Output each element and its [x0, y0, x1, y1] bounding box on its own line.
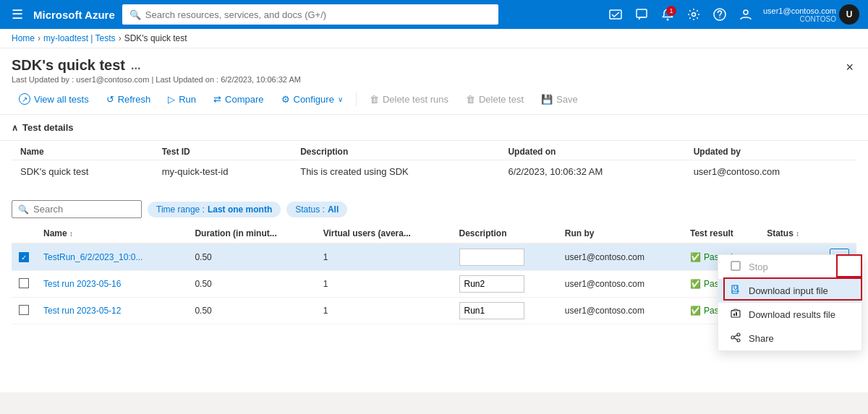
stop-icon	[730, 261, 741, 273]
settings-icon[interactable]	[682, 3, 705, 26]
directory-icon[interactable]	[734, 3, 757, 26]
page-title-area: SDK's quick test ... Last Updated by : u…	[12, 57, 301, 84]
row1-description-input[interactable]	[459, 249, 524, 266]
save-button[interactable]: 💾 Save	[534, 90, 585, 108]
page-title-text: SDK's quick test	[12, 57, 125, 74]
configure-label: Configure	[294, 94, 334, 105]
row1-name-cell: TestRun_6/2/2023_10:0...	[36, 243, 187, 271]
row3-checkbox[interactable]	[19, 305, 29, 315]
breadcrumb-current: SDK's quick test	[124, 33, 187, 43]
avatar[interactable]: U	[839, 4, 859, 25]
configure-button[interactable]: ⚙ Configure ∨	[274, 90, 350, 108]
status-label: Status :	[295, 204, 325, 215]
delete-runs-icon: 🗑	[370, 94, 379, 105]
run-button[interactable]: ▷ Run	[161, 90, 203, 108]
top-nav-icons: 1 user1@contoso.com CONTOSO U	[604, 3, 859, 26]
global-search-input[interactable]	[145, 9, 491, 20]
row1-checkbox-cell[interactable]: ✓	[12, 243, 36, 271]
delete-test-button[interactable]: 🗑 Delete test	[459, 90, 531, 108]
breadcrumb-home[interactable]: Home	[12, 33, 35, 43]
context-menu-download-input[interactable]: Download input file	[718, 279, 861, 303]
page-title-menu-btn[interactable]: ...	[131, 59, 140, 72]
close-button[interactable]: ×	[843, 57, 856, 78]
details-table-row: SDK's quick test my-quick-test-id This i…	[12, 160, 856, 184]
share-label: Share	[749, 333, 774, 344]
runs-search-box[interactable]: 🔍	[12, 200, 142, 218]
row2-description-input[interactable]	[459, 275, 524, 293]
time-range-label: Time range :	[156, 204, 205, 215]
runs-col-virtual-users: Virtual users (avera...	[316, 224, 452, 243]
breadcrumb: Home › my-loadtest | Tests › SDK's quick…	[0, 29, 868, 48]
runs-col-duration: Duration (in minut...	[187, 224, 315, 243]
row1-description	[452, 243, 558, 271]
time-range-value: Last one month	[208, 204, 272, 215]
refresh-icon: ↺	[106, 94, 114, 105]
delete-test-label: Delete test	[479, 94, 524, 105]
configure-icon: ⚙	[281, 94, 290, 105]
test-details-section-header[interactable]: ∧ Test details	[0, 115, 868, 141]
notification-icon[interactable]: 1	[656, 3, 679, 26]
runs-search-icon: 🔍	[18, 204, 29, 215]
svg-point-11	[731, 336, 734, 339]
row2-checkbox-cell[interactable]	[12, 271, 36, 298]
time-range-filter[interactable]: Time range : Last one month	[148, 202, 281, 217]
hamburger-icon[interactable]: ☰	[9, 4, 26, 25]
name-sort-icon[interactable]: ↕	[69, 230, 73, 238]
save-label: Save	[556, 94, 578, 105]
details-table-wrap: Name Test ID Description Updated on Upda…	[0, 141, 868, 194]
row1-name-link[interactable]: TestRun_6/2/2023_10:0...	[43, 252, 142, 262]
row2-checkbox[interactable]	[19, 278, 29, 288]
row3-virtual-users: 1	[316, 298, 452, 324]
runs-col-checkbox	[12, 224, 36, 243]
runs-search-input[interactable]	[33, 204, 135, 215]
view-all-tests-button[interactable]: ↗ View all tests	[12, 90, 96, 108]
row2-virtual-users: 1	[316, 271, 452, 298]
feedback-icon[interactable]	[630, 3, 653, 26]
row3-description	[452, 298, 558, 324]
filter-bar: 🔍 Time range : Last one month Status : A…	[0, 194, 868, 224]
breadcrumb-sep-1: ›	[38, 33, 41, 43]
breadcrumb-loadtest[interactable]: my-loadtest | Tests	[43, 33, 116, 43]
row3-description-input[interactable]	[459, 302, 524, 319]
svg-rect-7	[731, 262, 740, 270]
delete-runs-label: Delete test runs	[383, 94, 448, 105]
details-row-desc: This is created using SDK	[292, 160, 499, 184]
context-menu-share[interactable]: Share	[718, 327, 861, 350]
global-search-box[interactable]: 🔍	[122, 4, 498, 25]
run-label: Run	[179, 94, 196, 105]
user-org: CONTOSO	[800, 15, 836, 23]
row2-description	[452, 271, 558, 298]
details-row-name: SDK's quick test	[12, 160, 153, 184]
delete-test-runs-button[interactable]: 🗑 Delete test runs	[362, 90, 456, 108]
download-results-icon	[730, 309, 741, 321]
cloud-shell-icon[interactable]	[604, 3, 627, 26]
row1-checkbox[interactable]: ✓	[19, 252, 29, 262]
page-subtitle: Last Updated by : user1@contoso.com | La…	[12, 75, 301, 84]
status-sort-icon[interactable]: ↕	[796, 230, 799, 238]
runs-col-status: Status ↕	[760, 224, 822, 243]
runs-col-test-result: Test result	[683, 224, 760, 243]
breadcrumb-sep-2: ›	[119, 33, 122, 43]
row3-name-link[interactable]: Test run 2023-05-12	[43, 306, 121, 316]
row1-run-by: user1@contoso.com	[558, 243, 683, 271]
row2-name-link[interactable]: Test run 2023-05-16	[43, 279, 121, 289]
svg-point-5	[719, 17, 720, 18]
refresh-button[interactable]: ↺ Refresh	[99, 90, 158, 108]
compare-button[interactable]: ⇄ Compare	[206, 90, 271, 108]
row1-duration: 0.50	[187, 243, 315, 271]
help-icon[interactable]	[708, 3, 731, 26]
compare-icon: ⇄	[213, 94, 221, 105]
status-value: All	[328, 204, 339, 215]
details-col-updated-by: Updated by	[685, 141, 856, 160]
user-profile[interactable]: user1@contoso.com CONTOSO U	[763, 4, 859, 25]
view-all-icon: ↗	[19, 93, 30, 105]
context-menu-stop[interactable]: Stop	[718, 255, 861, 279]
status-filter[interactable]: Status : All	[286, 202, 347, 217]
details-col-name: Name	[12, 141, 153, 160]
download-input-icon	[730, 285, 741, 297]
configure-chevron-icon: ∨	[338, 95, 343, 103]
details-row-testid: my-quick-test-id	[153, 160, 292, 184]
row3-checkbox-cell[interactable]	[12, 298, 36, 324]
context-menu-download-results[interactable]: Download results file	[718, 303, 861, 327]
row3-duration: 0.50	[187, 298, 315, 324]
